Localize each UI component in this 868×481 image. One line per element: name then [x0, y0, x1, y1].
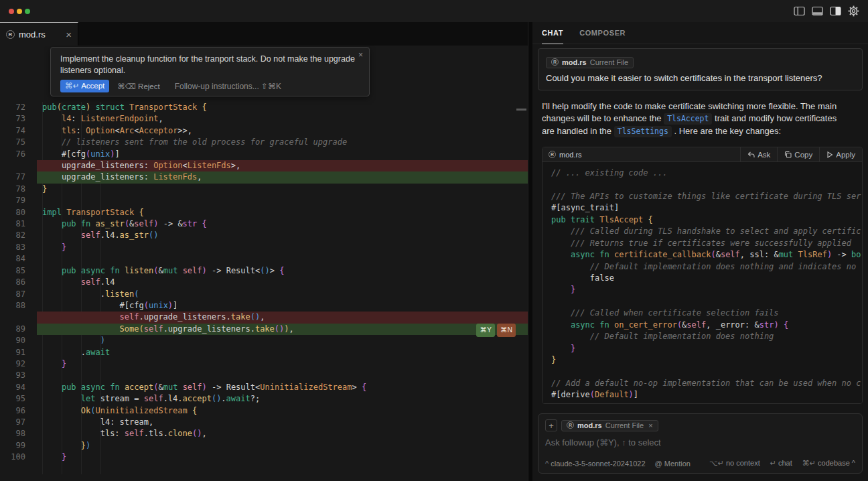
rust-file-icon: R	[551, 58, 559, 66]
toggle-right-panel-icon[interactable]	[830, 6, 841, 16]
code-line: 94 pub async fn accept(&mut self) -> Res…	[0, 382, 528, 393]
code-line	[551, 366, 862, 377]
model-selector[interactable]: ^ claude-3-5-sonnet-20241022	[545, 460, 646, 468]
tab-mod-rs[interactable]: R mod.rs ×	[0, 22, 78, 46]
followup-instructions[interactable]: Follow-up instructions... ⇧⌘K	[175, 82, 281, 91]
code-line: 83 }	[0, 242, 528, 253]
scrollbar-indicator[interactable]	[516, 109, 526, 111]
code-line: 92 }	[0, 358, 528, 370]
inline-code: TlsAccept	[664, 113, 712, 125]
code-line: 76 #[cfg(unix)]	[0, 149, 528, 160]
code-line: 93	[0, 370, 528, 381]
code-line: 89 Some(self.upgrade_listeners.take()),⌘…	[0, 324, 528, 335]
code-line: 79	[0, 195, 528, 206]
code-line: 77 upgrade_listeners: ListenFds,	[0, 171, 528, 183]
editor-lines: 72pub(crate) struct TransportStack {73 l…	[0, 102, 528, 464]
user-message: R mod.rs Current File Could you make it …	[538, 48, 863, 90]
minimize-window-button[interactable]	[17, 9, 22, 14]
rust-file-icon: R	[549, 151, 556, 158]
code-line: 82 self.l4.as_str()	[0, 230, 528, 241]
toggle-left-panel-icon[interactable]	[794, 6, 805, 16]
code-line: // Default implementation does nothing	[551, 331, 862, 342]
code-line: }	[551, 343, 862, 354]
apply-button[interactable]: Apply	[819, 147, 862, 161]
code-line: /// Called during TLS handshake to selec…	[551, 226, 862, 237]
settings-gear-icon[interactable]	[848, 5, 859, 17]
titlebar	[0, 0, 868, 22]
code-line: async fn certificate_callback(&self, ssl…	[551, 249, 862, 261]
ask-button[interactable]: Ask	[740, 147, 777, 161]
close-tab-icon[interactable]: ×	[66, 29, 72, 40]
code-block-header: R mod.rs Ask Copy Apply	[542, 147, 862, 162]
code-editor[interactable]: R mod.rs × 72pub(crate) struct Transport…	[0, 22, 528, 481]
code-line: 95 let stream = self.l4.accept().await?;	[0, 393, 528, 405]
remove-context-icon[interactable]: ×	[648, 421, 652, 429]
code-line: 75 // listeners sent from the old proces…	[0, 137, 528, 148]
inline-code: TlsSettings	[614, 126, 672, 137]
reject-hunk-badge[interactable]: ⌘N	[497, 324, 516, 337]
assistant-message-text: I'll help modify the code to make certif…	[542, 100, 845, 138]
close-prompt-icon[interactable]: ×	[358, 50, 363, 60]
code-line: 85 pub async fn listen(&mut self) -> Res…	[0, 265, 528, 277]
code-line: /// Returns true if certificates were su…	[551, 238, 862, 249]
code-line: self.upgrade_listeners.take(),	[0, 312, 528, 323]
tab-chat[interactable]: CHAT	[542, 22, 563, 44]
chat-panel: CHAT COMPOSER R mod.rs Current File Coul…	[532, 22, 868, 481]
context-file-chip[interactable]: R mod.rs Current File ×	[561, 420, 658, 431]
close-window-button[interactable]	[9, 9, 14, 14]
no-context-shortcut[interactable]: ⌥↵ no context	[709, 459, 760, 468]
code-line: pub trait TlsAccept {	[551, 214, 862, 226]
traffic-lights	[9, 9, 30, 14]
accept-button[interactable]: ⌘↵Accept	[60, 80, 109, 92]
code-line: 84	[0, 253, 528, 265]
code-line: }	[551, 284, 862, 295]
code-line: /// Called when certificate selection fa…	[551, 307, 862, 319]
code-line: // Add a default no-op implementation th…	[551, 378, 862, 389]
code-line: 99 })	[0, 440, 528, 452]
code-line: 74 tls: Option<Arc<Acceptor>>,	[0, 125, 528, 137]
code-line: false	[551, 273, 862, 284]
code-area: 72pub(crate) struct TransportStack {73 l…	[0, 46, 528, 481]
code-line: 73 l4: ListenerEndpoint,	[0, 113, 528, 125]
chat-submit-shortcut[interactable]: ↵ chat	[770, 459, 792, 468]
code-line: 87 .listen(	[0, 289, 528, 300]
code-line: }	[551, 354, 862, 366]
inline-ai-prompt: Implement the cleanup function for the t…	[50, 47, 370, 96]
chat-input-placeholder: Ask followup (⌘Y), ↑ to select	[545, 437, 855, 448]
mention-button[interactable]: @ Mention	[655, 460, 691, 468]
reject-button[interactable]: ⌘⌫Reject	[117, 82, 159, 91]
code-line: #[async_trait]	[551, 202, 862, 214]
chat-tab-bar: CHAT COMPOSER	[532, 22, 868, 44]
copy-button[interactable]: Copy	[777, 147, 819, 161]
chat-input[interactable]: + R mod.rs Current File × Ask followup (…	[538, 413, 863, 474]
rust-file-icon: R	[567, 421, 574, 429]
panel-divider[interactable]	[528, 22, 532, 481]
code-line: 98 tls: self.tls.clone(),	[0, 428, 528, 439]
add-context-button[interactable]: +	[545, 419, 557, 431]
codebase-shortcut[interactable]: ⌘↵ codebase ^	[802, 459, 855, 468]
rust-file-icon: R	[6, 30, 15, 39]
code-line: upgrade_listeners: Option<ListenFds>,	[0, 160, 528, 171]
code-line: 72pub(crate) struct TransportStack {	[0, 102, 528, 113]
code-line: 97 l4: stream,	[0, 417, 528, 428]
tab-label: mod.rs	[19, 29, 46, 40]
code-line: 78}	[0, 184, 528, 195]
code-line: // ... existing code ...	[551, 167, 862, 179]
code-line	[551, 296, 862, 307]
code-line: 91 .await	[0, 347, 528, 358]
zoom-window-button[interactable]	[25, 9, 30, 14]
prompt-text: Implement the cleanup function for the t…	[60, 54, 365, 76]
user-message-text: Could you make it easier to switch certi…	[546, 73, 855, 83]
accept-hunk-badge[interactable]: ⌘Y	[476, 324, 495, 337]
code-block-body: // ... existing code .../// The APIs to …	[542, 162, 862, 403]
tab-composer[interactable]: COMPOSER	[579, 22, 626, 44]
toggle-bottom-panel-icon[interactable]	[812, 6, 823, 16]
code-block-filename: R mod.rs	[549, 147, 582, 161]
code-line: 96 Ok(UninitializedStream {	[0, 405, 528, 417]
context-file-chip[interactable]: R mod.rs Current File	[546, 57, 634, 68]
chat-code-block: R mod.rs Ask Copy Apply // ... existing …	[542, 147, 863, 404]
code-line: 80impl TransportStack {	[0, 207, 528, 218]
code-line: 86 self.l4	[0, 277, 528, 288]
code-line: 90 )	[0, 335, 528, 346]
code-line: /// The APIs to customize things like ce…	[551, 191, 862, 202]
